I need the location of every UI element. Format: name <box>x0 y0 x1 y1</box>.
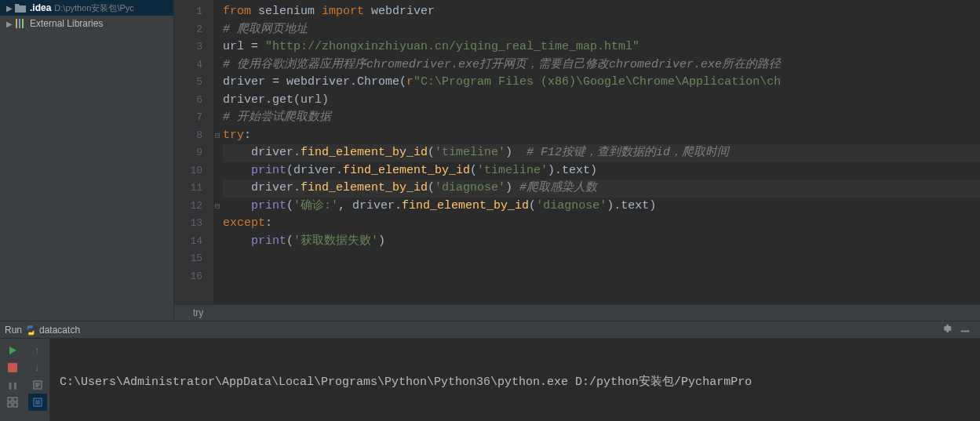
code-line[interactable] <box>223 250 980 268</box>
code-token: # 爬取网页地址 <box>223 23 308 36</box>
code-line[interactable]: print(driver.find_element_by_id('timelin… <box>223 162 980 180</box>
rerun-button[interactable] <box>3 342 22 359</box>
chevron-right-icon[interactable]: ▶ <box>6 20 14 28</box>
code-token: driver.get(url) <box>223 93 329 107</box>
code-token: ( <box>428 181 435 194</box>
code-token: ( <box>529 199 536 212</box>
code-line[interactable]: except: <box>223 215 980 233</box>
line-number: 4 <box>179 56 202 74</box>
layout-button[interactable] <box>3 394 22 411</box>
code-token: #爬取感染人数 <box>519 181 597 194</box>
gear-icon[interactable] <box>941 323 952 336</box>
code-token: # 开始尝试爬取数据 <box>223 111 331 124</box>
line-number: 3 <box>179 38 202 56</box>
code-body[interactable]: from selenium import webdriver# 爬取网页地址ur… <box>213 0 980 304</box>
code-token: ).text) <box>548 164 597 177</box>
fold-close-icon[interactable]: ⊟ <box>215 198 220 216</box>
code-token: print <box>251 234 286 248</box>
svg-rect-4 <box>8 363 17 372</box>
code-token: (driver. <box>286 164 343 177</box>
project-sidebar[interactable]: ▶ .idea D:\python安装包\Pyc ▶ External Libr… <box>0 0 174 321</box>
line-number: 8 <box>179 127 202 145</box>
scroll-to-end-button[interactable] <box>28 394 47 411</box>
down-button[interactable]: ↓ <box>28 359 47 376</box>
line-number: 2 <box>179 21 202 39</box>
code-line[interactable]: url = "http://zhongxinzhiyuan.cn/yiqing_… <box>223 38 980 56</box>
line-number: 16 <box>179 268 202 286</box>
folder-label: .idea <box>30 2 51 13</box>
line-number: 1 <box>179 3 202 21</box>
code-token: r <box>406 75 413 89</box>
code-token: driver. <box>223 146 301 159</box>
code-line[interactable]: ⊟try: <box>223 127 980 145</box>
svg-rect-8 <box>13 403 17 407</box>
run-tool-window-header: Run datacatch <box>0 321 980 339</box>
line-number: 13 <box>179 215 202 233</box>
code-token: ( <box>428 146 435 159</box>
hide-icon[interactable] <box>960 323 971 336</box>
code-token: except <box>223 216 265 230</box>
code-token: ) <box>378 234 385 248</box>
sidebar-item-external-libraries[interactable]: ▶ External Libraries <box>0 16 173 31</box>
svg-rect-7 <box>8 403 12 407</box>
svg-rect-6 <box>13 397 17 401</box>
run-tool-window: ❚❚ ↑ ↓ C:\Users\Administrator\AppData\Lo… <box>0 339 980 421</box>
code-line[interactable]: driver.find_element_by_id('timeline') # … <box>223 144 980 162</box>
code-line[interactable] <box>223 268 980 286</box>
code-token: # 使用谷歌浏览器应用程序chromedriver.exe打开网页，需要自己修改… <box>223 58 781 71</box>
pause-button[interactable]: ❚❚ <box>3 376 22 394</box>
python-icon <box>25 325 36 336</box>
code-line[interactable]: driver.find_element_by_id('diagnose') #爬… <box>223 180 980 198</box>
code-line[interactable]: # 使用谷歌浏览器应用程序chromedriver.exe打开网页，需要自己修改… <box>223 56 980 74</box>
breadcrumb[interactable]: try <box>174 304 980 321</box>
code-line[interactable]: # 爬取网页地址 <box>223 21 980 39</box>
run-label[interactable]: Run <box>5 325 22 336</box>
code-line[interactable]: driver.get(url) <box>223 92 980 110</box>
console-line: C:\Users\Administrator\AppData\Local\Pro… <box>60 375 971 390</box>
up-button[interactable]: ↑ <box>28 342 47 359</box>
sidebar-item-idea[interactable]: ▶ .idea D:\python安装包\Pyc <box>0 0 173 16</box>
chevron-right-icon[interactable]: ▶ <box>6 4 14 13</box>
library-icon <box>14 18 27 29</box>
line-number: 9 <box>179 144 202 162</box>
line-number-gutter: 12345678910111213141516 <box>174 0 213 304</box>
code-editor[interactable]: 12345678910111213141516 from selenium im… <box>174 0 980 304</box>
line-number: 10 <box>179 162 202 180</box>
breadcrumb-item[interactable]: try <box>193 307 203 318</box>
code-token <box>223 164 251 177</box>
line-number: 14 <box>179 233 202 251</box>
code-token: driver = webdriver.Chrome( <box>223 75 406 89</box>
external-libraries-label: External Libraries <box>30 18 103 29</box>
code-token: find_element_by_id <box>343 164 470 177</box>
run-toolbar-right: ↑ ↓ <box>25 339 50 421</box>
code-token: print <box>251 199 286 212</box>
code-token: : <box>265 216 272 230</box>
code-token: find_element_by_id <box>402 199 529 212</box>
code-line[interactable]: # 开始尝试爬取数据 <box>223 109 980 127</box>
line-number: 7 <box>179 109 202 127</box>
code-token: find_element_by_id <box>301 146 428 159</box>
code-token <box>223 234 251 248</box>
code-token: ) <box>505 146 526 159</box>
code-line[interactable]: from selenium import webdriver <box>223 3 980 21</box>
code-token: 'diagnose' <box>435 181 505 194</box>
code-token: url = <box>223 40 265 53</box>
code-token: selenium <box>258 5 322 18</box>
stop-button[interactable] <box>3 359 22 376</box>
folder-path: D:\python安装包\Pyc <box>54 2 133 14</box>
code-token: 'timeline' <box>477 164 548 177</box>
run-config-name[interactable]: datacatch <box>39 325 80 336</box>
code-token: try <box>223 129 244 142</box>
code-token: "http://zhongxinzhiyuan.cn/yiqing_real_t… <box>265 40 639 53</box>
console-output[interactable]: C:\Users\Administrator\AppData\Local\Pro… <box>50 339 980 421</box>
main-split: ▶ .idea D:\python安装包\Pyc ▶ External Libr… <box>0 0 980 321</box>
code-token: webdriver <box>371 5 435 18</box>
code-line[interactable]: ⊟ print('确诊:', driver.find_element_by_id… <box>223 198 980 216</box>
code-line[interactable]: driver = webdriver.Chrome(r"C:\Program F… <box>223 74 980 92</box>
svg-rect-3 <box>961 331 970 332</box>
fold-open-icon[interactable]: ⊟ <box>215 127 220 145</box>
code-token: , driver. <box>338 199 402 212</box>
code-line[interactable]: print('获取数据失败') <box>223 233 980 251</box>
code-token: ).text) <box>607 199 656 212</box>
soft-wrap-button[interactable] <box>28 376 47 394</box>
